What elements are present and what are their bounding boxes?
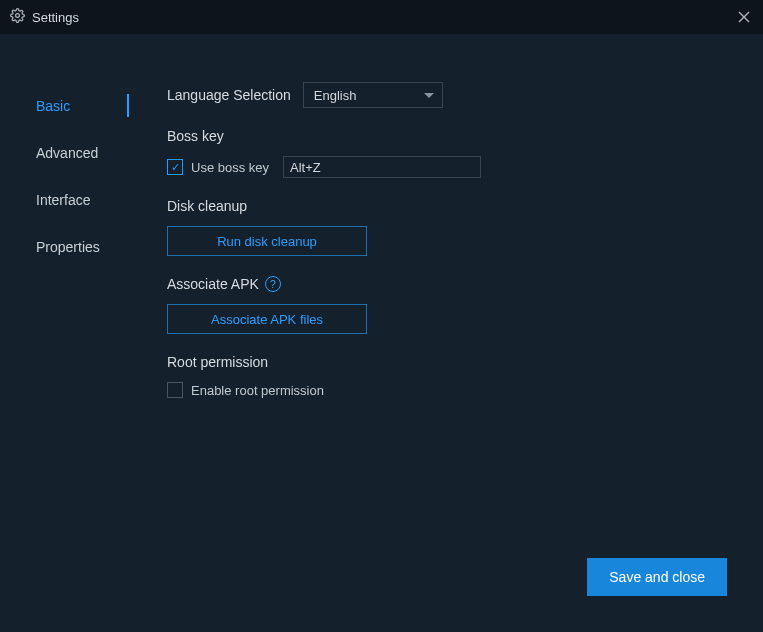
content-panel: Language Selection English Boss key ✓ Us… — [135, 34, 763, 632]
chevron-down-icon — [424, 93, 434, 98]
bosskey-row: ✓ Use boss key — [167, 156, 735, 178]
sidebar-item-interface[interactable]: Interface — [0, 176, 135, 223]
body: Basic Advanced Interface Properties Lang… — [0, 34, 763, 632]
button-label: Associate APK files — [211, 312, 323, 327]
language-select[interactable]: English — [303, 82, 443, 108]
button-label: Run disk cleanup — [217, 234, 317, 249]
root-checkbox[interactable] — [167, 382, 183, 398]
titlebar: Settings — [0, 0, 763, 34]
window-title: Settings — [32, 10, 79, 25]
language-label: Language Selection — [167, 87, 291, 103]
run-disk-cleanup-button[interactable]: Run disk cleanup — [167, 226, 367, 256]
bosskey-hotkey-input[interactable] — [283, 156, 481, 178]
gear-icon — [10, 8, 25, 26]
close-button[interactable] — [735, 8, 753, 26]
bosskey-check-label: Use boss key — [191, 160, 269, 175]
sidebar-item-label: Properties — [36, 239, 100, 255]
root-section-label: Root permission — [167, 354, 735, 370]
check-icon: ✓ — [171, 162, 180, 173]
sidebar-item-label: Basic — [36, 98, 70, 114]
root-row: Enable root permission — [167, 382, 735, 398]
bosskey-checkbox[interactable]: ✓ — [167, 159, 183, 175]
sidebar-item-label: Advanced — [36, 145, 98, 161]
associate-section-text: Associate APK — [167, 276, 259, 292]
language-selected: English — [314, 88, 357, 103]
sidebar: Basic Advanced Interface Properties — [0, 34, 135, 632]
svg-point-0 — [16, 14, 20, 18]
save-and-close-button[interactable]: Save and close — [587, 558, 727, 596]
footer: Save and close — [587, 558, 727, 596]
language-row: Language Selection English — [167, 82, 735, 108]
bosskey-section-label: Boss key — [167, 128, 735, 144]
sidebar-item-advanced[interactable]: Advanced — [0, 129, 135, 176]
titlebar-left: Settings — [10, 8, 79, 26]
button-label: Save and close — [609, 569, 705, 585]
sidebar-item-label: Interface — [36, 192, 90, 208]
close-icon — [738, 11, 750, 23]
diskcleanup-section-label: Disk cleanup — [167, 198, 735, 214]
sidebar-item-basic[interactable]: Basic — [0, 82, 135, 129]
root-check-label: Enable root permission — [191, 383, 324, 398]
help-icon[interactable]: ? — [265, 276, 281, 292]
sidebar-item-properties[interactable]: Properties — [0, 223, 135, 270]
associate-section-label: Associate APK ? — [167, 276, 735, 292]
associate-apk-button[interactable]: Associate APK files — [167, 304, 367, 334]
